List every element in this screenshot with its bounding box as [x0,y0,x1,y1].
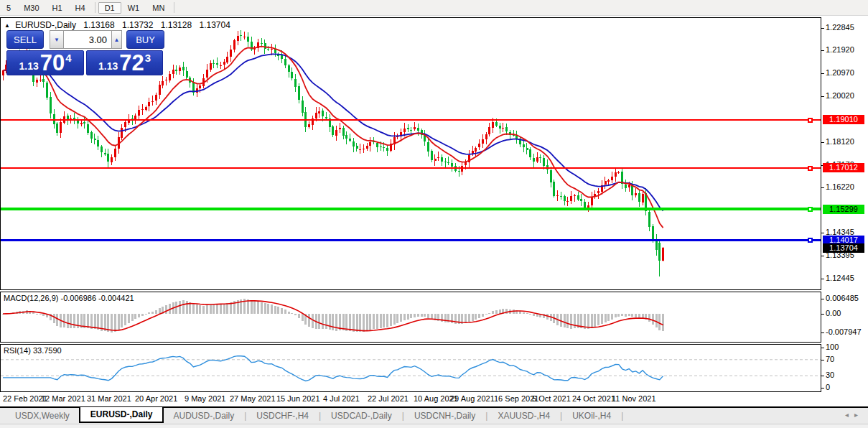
macd-title: MACD(12,26,9) -0.006986 -0.004421 [4,294,134,302]
date-tick-label: 24 Oct 2021 [572,394,615,403]
axis-tick-label: 1.12445 [821,274,854,282]
current-price-badge: 1.13704 [823,243,864,253]
tab-list: USDX,WeeklyEURUSD-,DailyAUDUSD-,Daily|US… [6,408,624,424]
date-tick-label: 29 Aug 2021 [450,394,495,403]
sell-button[interactable]: SELL [6,30,44,49]
date-tick-label: 31 Mar 2021 [87,394,131,403]
date-axis: 22 Feb 202112 Mar 202131 Mar 202120 Apr … [0,392,821,406]
axis-tick-label: 1.16220 [821,182,854,191]
spinner-down-icon: ▼ [54,37,60,43]
volume-input[interactable]: 3.00 [64,30,111,49]
chart-tab-bar: USDX,WeeklyEURUSD-,DailyAUDUSD-,Daily|US… [0,406,868,424]
level-badge: 1.15299 [823,205,864,214]
chart-tab-ukoil-h4[interactable]: UKOil-,H4 [563,409,620,423]
buy-button[interactable]: BUY [126,30,164,49]
axis-tick-label: 0.00 [821,309,841,317]
toolbar-separator [95,2,95,13]
level-handle-icon[interactable] [808,118,813,123]
date-tick-label: 20 Apr 2021 [135,394,177,403]
timeframe-button-W1[interactable]: W1 [121,2,146,14]
date-tick-label: 5 Oct 2021 [532,394,571,403]
level-badge: 1.19010 [823,115,864,124]
axis-tick-label: 1.21920 [821,45,854,54]
level-line-1.15299[interactable] [1,208,821,210]
spinner-up-icon: ▲ [114,37,120,43]
right-axis: 1.228451.219201.209701.200201.181201.171… [821,0,868,428]
tab-separator: | [620,411,624,421]
chart-tab-usdcad-daily[interactable]: USDCAD-,Daily [322,409,401,423]
axis-tick-label: 0.006485 [821,294,859,302]
chart-tab-usdcnh-daily[interactable]: USDCNH-,Daily [405,409,485,423]
axis-tick-label: 0 [821,383,830,391]
timeframe-button-D1[interactable]: D1 [98,2,121,14]
macd-indicator-panel[interactable]: MACD(12,26,9) -0.006986 -0.004421 [0,292,821,343]
axis-tick-label: 1.18120 [821,137,854,146]
chart-tab-audusd-daily[interactable]: AUDUSD-,Daily [164,409,243,423]
rsi-title: RSI(14) 33.7590 [4,346,62,355]
level-line-1.14017[interactable] [1,239,821,241]
sell-price-pip: 4 [65,52,71,64]
timeframe-button-H4[interactable]: H4 [69,2,92,14]
sell-price-display[interactable]: 1.13 70 4 [6,50,84,75]
sell-price-big: 70 [40,52,65,74]
level-badge: 1.17012 [823,163,864,172]
rsi-chart [1,345,821,391]
chart-tab-eurusd-daily[interactable]: EURUSD-,Daily [79,407,164,423]
axis-tick-label: 1.20020 [821,91,854,100]
symbol-marker-icon: ▲ [4,22,10,29]
buy-price-pip: 3 [145,52,151,64]
chart-tab-xauusd-h4[interactable]: XAUUSD-,H4 [488,409,559,423]
buy-price-big: 72 [119,52,144,74]
rsi-indicator-panel[interactable]: RSI(14) 33.7590 [0,344,821,392]
chart-tab-usdchf-h4[interactable]: USDCHF-,H4 [247,409,318,423]
timeframe-button-M30[interactable]: M30 [17,2,45,14]
date-tick-label: 27 May 2021 [230,394,276,403]
chart-title: ▲ EURUSD-,Daily 1.13168 1.13732 1.13128 … [4,20,230,30]
date-tick-label: 4 Jul 2021 [323,394,360,403]
buy-price-display[interactable]: 1.13 72 3 [86,50,163,75]
date-tick-label: 9 May 2021 [185,394,225,403]
one-click-trade-panel: SELL ▼ 3.00 ▲ BUY 1.13 70 4 1.13 72 [6,30,164,75]
timeframe-button-MN[interactable]: MN [146,2,171,14]
quote-high: 1.13732 [122,20,153,30]
level-line-1.17012[interactable] [1,167,821,169]
volume-decrease-button[interactable]: ▼ [50,30,64,49]
quote-low: 1.13128 [161,20,192,30]
axis-tick-label: -0.007947 [821,327,862,336]
chart-tab-usdx-weekly[interactable]: USDX,Weekly [6,409,79,423]
date-tick-label: 22 Jul 2021 [368,394,409,403]
terminal-window: 5M30H1H4D1W1MN ▲ EURUSD-,Daily 1.13168 1… [0,0,868,428]
axis-tick-label: 1.20970 [821,68,854,77]
axis-tick-label: 100 [821,343,839,351]
axis-tick-label: 70 [821,355,834,363]
timeframe-toolbar: 5M30H1H4D1W1MN [0,0,868,16]
axis-tick-label: 1.22845 [821,23,854,32]
level-line-1.19010[interactable] [1,119,821,121]
level-handle-icon[interactable] [808,166,813,171]
main-chart-panel[interactable]: ▲ EURUSD-,Daily 1.13168 1.13732 1.13128 … [0,17,821,290]
chart-symbol-label: EURUSD-,Daily [15,20,76,30]
axis-tick-label: 30 [821,371,834,379]
level-handle-icon[interactable] [808,207,813,212]
date-tick-label: 11 Nov 2021 [612,394,656,403]
volume-increase-button[interactable]: ▲ [111,30,122,49]
sell-price-prefix: 1.13 [19,60,38,72]
toolbar-separator [174,2,174,13]
buy-price-prefix: 1.13 [98,60,118,72]
quote-open: 1.13168 [83,20,114,30]
timeframe-button-5[interactable]: 5 [0,2,17,14]
date-tick-label: 12 Mar 2021 [41,394,85,403]
timeframe-button-H1[interactable]: H1 [46,2,69,14]
quote-close: 1.13704 [200,20,230,30]
bottom-scrollbar-strip[interactable] [0,424,868,428]
level-handle-icon[interactable] [808,238,813,243]
date-tick-label: 15 Jun 2021 [276,394,320,403]
